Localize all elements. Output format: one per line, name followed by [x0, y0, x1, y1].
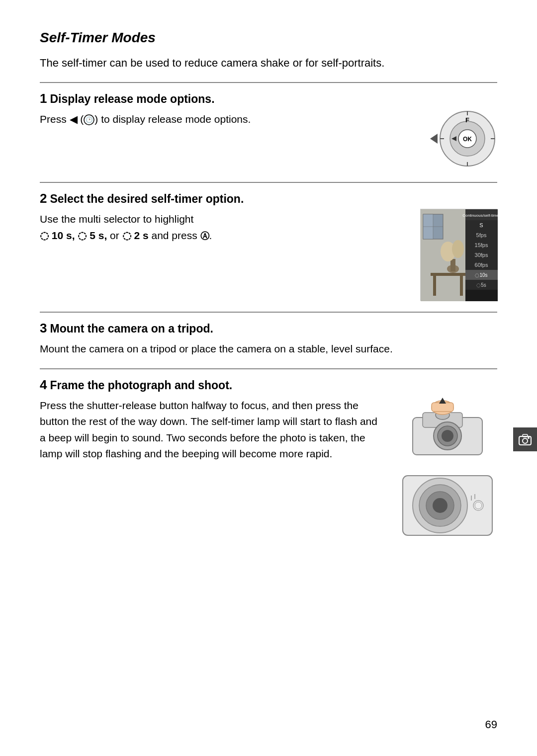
step-1-number: 1 [40, 91, 47, 106]
svg-text:15fps: 15fps [475, 242, 488, 248]
step-4-number: 4 [40, 377, 47, 393]
step-4-illustrations [398, 398, 497, 543]
self-timer-lamp-illustration [398, 468, 497, 543]
step-3-header: 3 Mount the camera on a tripod. [40, 321, 497, 336]
step-2-title: Select the desired self-timer option. [50, 192, 244, 206]
section-title: Self-Timer Modes [40, 30, 497, 46]
shutter-press-illustration [398, 398, 497, 462]
side-tab [513, 427, 537, 451]
svg-rect-23 [460, 276, 463, 296]
svg-text:◌5s: ◌5s [476, 282, 486, 288]
svg-text:OK: OK [463, 136, 472, 143]
step-3-text: Mount the camera on a tripod or place th… [40, 341, 497, 357]
svg-point-20 [452, 240, 464, 258]
step-3-number: 3 [40, 321, 47, 336]
step-2-header: 2 Select the desired self-timer option. [40, 191, 497, 206]
svg-marker-11 [430, 134, 438, 144]
step-2-menu-illustration: Continuous/self-timer S 5fps 15fps 30fps [420, 209, 497, 301]
svg-rect-61 [523, 434, 528, 437]
step-1-text: Press ◀ (🕑) to display release mode opti… [40, 111, 408, 128]
svg-text:◌10s: ◌10s [475, 272, 487, 278]
svg-text:5fps: 5fps [476, 232, 487, 238]
step-1-header: 1 Display release mode options. [40, 91, 497, 106]
step-4-header: 4 Frame the photograph and shoot. [40, 377, 497, 393]
step-1-illustration: OK F [418, 106, 497, 171]
svg-text:F: F [465, 116, 469, 124]
svg-text:S: S [479, 222, 483, 228]
svg-text:60fps: 60fps [475, 262, 488, 268]
step-2-text: Use the multi selector to highlight ◌ 10… [40, 211, 410, 244]
svg-rect-45 [432, 403, 453, 412]
step-3-title: Mount the camera on a tripod. [50, 322, 213, 336]
step-3-body: Mount the camera on a tripod or place th… [40, 341, 497, 357]
step-4-text: Press the shutter-release button halfway… [40, 398, 378, 462]
svg-point-60 [523, 438, 528, 443]
svg-text:30fps: 30fps [475, 252, 488, 258]
svg-text:🕑: 🕑 [86, 116, 93, 123]
svg-point-54 [433, 498, 448, 513]
intro-text: The self-timer can be used to reduce cam… [40, 55, 497, 71]
step-2-body: Use the multi selector to highlight ◌ 10… [40, 211, 497, 301]
step-4-title: Frame the photograph and shoot. [50, 379, 232, 392]
step-2: 2 Select the desired self-timer option. … [40, 182, 497, 301]
step-4: 4 Frame the photograph and shoot. Press … [40, 368, 497, 543]
step-3: 3 Mount the camera on a tripod. Mount th… [40, 312, 497, 357]
step-4-body: Press the shutter-release button halfway… [40, 398, 497, 543]
step-1-body: Press ◀ (🕑) to display release mode opti… [40, 111, 497, 171]
step-1: 1 Display release mode options. Press ◀ … [40, 82, 497, 171]
svg-point-62 [528, 437, 530, 439]
svg-rect-18 [450, 259, 455, 271]
page: Self-Timer Modes The self-timer can be u… [0, 0, 537, 756]
camera-icon [518, 432, 532, 446]
svg-text:Continuous/self-timer: Continuous/self-timer [462, 213, 498, 218]
step-1-title: Display release mode options. [50, 92, 214, 106]
step-2-number: 2 [40, 191, 47, 206]
page-number: 69 [485, 718, 497, 731]
svg-rect-22 [433, 276, 436, 296]
svg-point-49 [442, 430, 453, 442]
